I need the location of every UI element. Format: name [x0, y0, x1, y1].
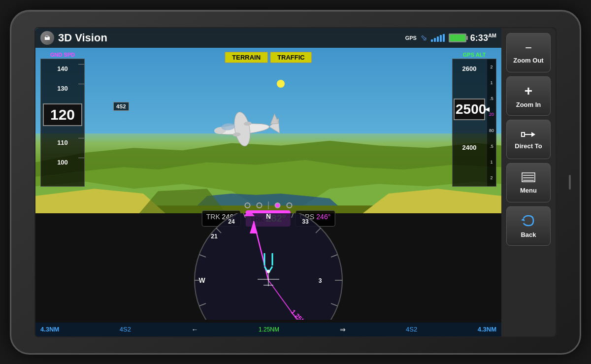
signal-bar-4 [440, 35, 442, 42]
left-waypoint: 4S2 [120, 326, 131, 333]
waypoint-flag: 4S2 [113, 102, 129, 111]
gps-label: GPS [405, 35, 417, 41]
nav-dot-active [275, 202, 281, 208]
bottom-bar: 4.3NM 4S2 ← 1.25NM ⇒ 4S2 4.3NM [35, 323, 501, 336]
alt-2600: 2600 [453, 64, 486, 73]
right-distance: 4.3NM [478, 326, 496, 333]
tick-110 [78, 138, 84, 138]
time-display: 6:33AM [470, 33, 496, 43]
menu-button[interactable]: Menu [506, 163, 551, 202]
zoom-in-icon: + [525, 83, 532, 99]
nav-dot-1 [245, 202, 251, 208]
speed-tape: GND SPD 140 130 120 110 [40, 52, 85, 195]
compass-rose-container: N S W 33 3 12 21 24 15 [190, 213, 347, 322]
signal-bars [431, 34, 445, 42]
speed-100: 100 [41, 158, 84, 166]
device: 🏔 3D Vision GPS ⬂ 6:33AM [10, 10, 581, 355]
header-bar: 🏔 3D Vision GPS ⬂ 6:33AM [35, 28, 501, 48]
sun-dot [277, 80, 285, 88]
vs-half-up: .5 [490, 96, 493, 101]
vs-1-dn: 1 [490, 160, 492, 165]
vs-80: 80 [489, 128, 494, 133]
alt-2400: 2400 [453, 143, 486, 152]
back-icon [521, 214, 536, 229]
direct-to-icon [521, 129, 536, 140]
screen-area: 🏔 3D Vision GPS ⬂ 6:33AM [34, 27, 557, 337]
svg-text:33: 33 [302, 218, 309, 225]
left-arrow: ← [191, 326, 198, 333]
time-suffix: AM [488, 33, 496, 38]
svg-point-17 [195, 213, 342, 320]
svg-marker-12 [269, 113, 279, 124]
zoom-in-label: Zoom In [516, 101, 541, 108]
svg-marker-58 [531, 132, 535, 137]
vs-half-dn: .5 [490, 144, 493, 149]
vert-scale: 2 1 .5 20 80 .5 1 2 [487, 59, 496, 186]
speed-130: 130 [41, 84, 84, 93]
battery-indicator [449, 33, 466, 42]
nav-dot-4 [287, 202, 293, 208]
badges-container: TERRAIN TRAFFIC [225, 52, 312, 63]
tick-100 [78, 158, 84, 158]
signal-bar-1 [431, 39, 433, 42]
speed-110: 110 [41, 138, 84, 147]
alt-arrow: ◄ [483, 105, 491, 114]
svg-text:3: 3 [319, 277, 322, 284]
menu-icon [521, 171, 536, 185]
signal-bar-2 [434, 38, 436, 42]
speed-label: GND SPD [40, 52, 85, 58]
direct-to-label: Direct To [515, 142, 542, 150]
tick-140 [78, 64, 84, 65]
svg-text:24: 24 [228, 218, 235, 225]
back-button[interactable]: Back [506, 206, 551, 246]
speed-tape-inner: 140 130 120 110 100 [40, 59, 85, 187]
bluetooth-icon: ⬂ [421, 33, 427, 42]
svg-rect-56 [522, 132, 525, 136]
nav-separator [268, 201, 269, 209]
svg-marker-63 [521, 218, 525, 221]
center-dist: 1.25NM [259, 326, 279, 333]
alt-current-box: 2500 ◄ [453, 99, 486, 120]
signal-bar-3 [437, 36, 439, 42]
svg-point-10 [232, 110, 253, 147]
header-right: GPS ⬂ 6:33AM [405, 33, 496, 43]
alt-label: GPS ALT [452, 52, 496, 58]
time-value: 6:33 [470, 33, 488, 43]
svg-text:21: 21 [211, 233, 218, 240]
vs-2-dn: 2 [490, 175, 492, 180]
airplane [191, 102, 293, 157]
zoom-in-button[interactable]: + Zoom In [506, 76, 551, 116]
app-icon: 🏔 [40, 31, 54, 45]
alt-tape: GPS ALT 2 1 .5 20 80 .5 1 2 2600 [452, 52, 496, 195]
direct-to-button[interactable]: Direct To [506, 120, 551, 159]
page-title: 3D Vision [58, 32, 405, 44]
speed-current-box: 120 [41, 103, 84, 126]
nav-dots [245, 201, 293, 209]
signal-bar-5 [443, 34, 445, 42]
alt-current-value: 2500 [456, 101, 486, 117]
svg-point-54 [267, 270, 270, 273]
compass-area: N S W 33 3 12 21 24 15 [35, 213, 501, 336]
speed-140: 140 [41, 64, 84, 73]
menu-label: Menu [520, 187, 537, 194]
nav-dot-2 [257, 202, 263, 208]
vs-1-up: 1 [490, 80, 492, 85]
side-panel: − Zoom Out + Zoom In Direct To [501, 28, 556, 336]
back-label: Back [521, 231, 536, 238]
alt-tape-inner: 2 1 .5 20 80 .5 1 2 2600 [452, 59, 496, 187]
tick-130 [78, 84, 84, 84]
right-waypoint: 4S2 [406, 326, 417, 333]
main-display: 🏔 3D Vision GPS ⬂ 6:33AM [35, 28, 501, 336]
terrain-badge: TERRAIN [225, 52, 268, 63]
left-distance: 4.3NM [40, 326, 59, 333]
speed-current-value: 120 [50, 106, 75, 123]
zoom-out-label: Zoom Out [513, 57, 543, 64]
zoom-out-button[interactable]: − Zoom Out [506, 33, 551, 72]
svg-text:N: N [266, 213, 271, 220]
right-arrow: ⇒ [340, 326, 346, 333]
zoom-out-icon: − [525, 41, 532, 55]
traffic-badge: TRAFFIC [270, 52, 312, 63]
vs-2-up: 2 [490, 65, 492, 69]
